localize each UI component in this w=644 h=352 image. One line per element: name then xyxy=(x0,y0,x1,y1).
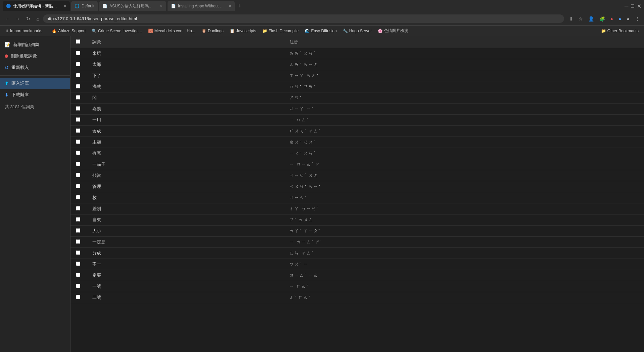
row-checkbox[interactable] xyxy=(76,195,80,199)
bookmark-import-label: Import bookmarks... xyxy=(10,29,46,33)
row-checkbox[interactable] xyxy=(76,173,80,177)
delete-phrase-button[interactable]: 刪除選取詞彙 xyxy=(0,50,70,62)
add-phrase-button[interactable]: 📝 新增自訂詞彙 xyxy=(0,39,70,50)
row-checkbox-cell xyxy=(71,81,87,92)
profile-red-icon[interactable]: ● xyxy=(609,15,615,23)
row-checkbox[interactable] xyxy=(76,151,80,155)
row-checkbox-cell xyxy=(71,203,87,214)
forward-button[interactable]: → xyxy=(13,15,22,23)
row-checkbox[interactable] xyxy=(76,128,80,133)
row-checkbox[interactable] xyxy=(76,51,80,55)
bookmark-flash[interactable]: 📁 Flash Decompile xyxy=(260,28,301,34)
table-row: 下了 ㄒㄧㄚ ㄌㄜˇ xyxy=(71,70,644,81)
row-checkbox-cell xyxy=(71,292,87,303)
row-phrase: 下了 xyxy=(87,70,284,81)
row-checkbox[interactable] xyxy=(76,140,80,144)
row-zhuyin: ㄦˋ ㄏㄠˋ xyxy=(284,292,644,303)
bookmark-ablaze[interactable]: 🔥 Ablaze Support xyxy=(49,28,88,34)
table-row: 二號 ㄦˋ ㄏㄠˋ xyxy=(71,292,644,303)
avatar-icon[interactable]: 👤 xyxy=(587,15,596,23)
bookmark-import[interactable]: ⬆ Import bookmarks... xyxy=(3,28,48,34)
new-tab-button[interactable]: + xyxy=(236,3,242,10)
row-zhuyin: ㄧ ㄉㄧㄥˋ ㄕˋ xyxy=(284,237,644,248)
extension-icon[interactable]: 🧩 xyxy=(598,15,607,23)
bookmark-image[interactable]: 🌸 色情圖片檢測 xyxy=(375,27,411,35)
download-button[interactable]: ⬇ 下載辭庫 xyxy=(0,89,70,101)
row-checkbox[interactable] xyxy=(76,228,80,233)
phrase-count: 共 3181 個詞彙 xyxy=(0,101,70,113)
row-phrase: 有完 xyxy=(87,148,284,159)
tab2-close[interactable]: ✕ xyxy=(160,4,163,8)
maximize-button[interactable]: □ xyxy=(631,3,634,9)
back-button[interactable]: ← xyxy=(3,15,11,23)
row-checkbox[interactable] xyxy=(76,284,80,288)
tab3-label: Installing Appx Without Microsoft Store xyxy=(178,4,225,8)
select-all-checkbox[interactable] xyxy=(76,39,80,44)
table-row: 嘉義 ㄐㄧㄚ ㄧˋ xyxy=(71,104,644,115)
row-checkbox[interactable] xyxy=(76,217,80,222)
delete-phrase-label: 刪除選取詞彙 xyxy=(11,53,37,59)
bookmark-diffusion[interactable]: 🌊 Easy Diffusion xyxy=(302,28,339,34)
bookmark-icon[interactable]: ☆ xyxy=(577,15,585,23)
bookmarks-bar: ⬆ Import bookmarks... 🔥 Ablaze Support 🔍… xyxy=(0,26,644,36)
tab-2[interactable]: 📄 ASUS的輸入法好用嗎？- 小品大大的網站 ✕ xyxy=(99,1,166,11)
row-checkbox-cell xyxy=(71,126,87,137)
bookmark-hugo[interactable]: 🔧 Hugo Server xyxy=(340,28,374,34)
row-zhuyin: ㄉㄧㄥˋ ㄧㄠˋ xyxy=(284,270,644,281)
minimize-button[interactable]: ─ xyxy=(625,3,628,9)
row-phrase: 一號 xyxy=(87,281,284,292)
address-bar[interactable] xyxy=(43,14,564,23)
reload-label: 重新載入 xyxy=(11,65,29,71)
row-checkbox[interactable] xyxy=(76,262,80,266)
bookmark-js[interactable]: 📋 Javascripts xyxy=(227,28,259,34)
bookmark-crime[interactable]: 🔍 Crime Scene Investiga... xyxy=(89,28,145,34)
row-checkbox[interactable] xyxy=(76,206,80,210)
bookmark-other[interactable]: 📁 Other Bookmarks xyxy=(598,28,641,34)
tab-close-button[interactable]: ✕ xyxy=(63,4,66,8)
row-checkbox[interactable] xyxy=(76,295,80,299)
row-checkbox[interactable] xyxy=(76,250,80,255)
row-checkbox[interactable] xyxy=(76,84,80,88)
bookmark-other-icon: 📁 xyxy=(601,29,606,33)
home-button[interactable]: ⌂ xyxy=(34,15,41,23)
bookmark-meca-label: Mecabricks.com | Ho... xyxy=(154,29,195,33)
row-checkbox[interactable] xyxy=(76,106,80,111)
row-zhuyin: ㄧ ㄇㄧㄠˊ ㄗ xyxy=(284,159,644,170)
row-checkbox[interactable] xyxy=(76,73,80,77)
bookmark-duolingo[interactable]: 🦉 Duolingo xyxy=(199,28,226,34)
tab3-close[interactable]: ✕ xyxy=(228,4,231,8)
row-checkbox[interactable] xyxy=(76,239,80,244)
profile-dark-icon[interactable]: ● xyxy=(625,15,631,23)
tab-active[interactable]: 🔵 使用者辭庫編輯 - 新酷音輸入法 ✕ xyxy=(3,1,70,11)
reload-button[interactable]: ↺ 重新載入 xyxy=(0,62,70,73)
row-checkbox-cell xyxy=(71,226,87,237)
bookmark-meca[interactable]: 🧱 Mecabricks.com | Ho... xyxy=(145,28,198,34)
row-checkbox[interactable] xyxy=(76,95,80,100)
row-checkbox[interactable] xyxy=(76,162,80,166)
tab3-favicon: 📄 xyxy=(171,4,176,8)
menu-button[interactable]: ⋮ xyxy=(633,15,641,23)
table-row: 閃 ㄕㄢˇ xyxy=(71,92,644,104)
tab-3[interactable]: 📄 Installing Appx Without Microsoft Stor… xyxy=(168,1,235,11)
profile-blue-icon[interactable]: ● xyxy=(617,15,623,23)
header-checkbox-col xyxy=(71,36,87,48)
row-checkbox-cell xyxy=(71,59,87,70)
row-checkbox-cell xyxy=(71,70,87,81)
close-button[interactable]: ✕ xyxy=(637,3,641,9)
upload-icon[interactable]: ⬆ xyxy=(567,15,575,23)
row-checkbox[interactable] xyxy=(76,184,80,188)
table-header: 詞彙 注音 xyxy=(71,36,644,48)
row-checkbox[interactable] xyxy=(76,273,80,277)
tab-1[interactable]: 🌐 Default xyxy=(71,1,98,11)
bookmark-ablaze-icon: 🔥 xyxy=(52,29,57,33)
content-area[interactable]: 詞彙 注音 來玩 ㄌㄞˊ ㄨㄢˊ 太郎 ㄊㄞˋ ㄌㄧㄤ 下了 ㄒㄧㄚ ㄌㄜˇ 滿… xyxy=(71,36,644,352)
table-row: 教 ㄐㄧㄠˋ xyxy=(71,192,644,203)
row-checkbox[interactable] xyxy=(76,62,80,66)
row-checkbox[interactable] xyxy=(76,117,80,122)
import-button[interactable]: ⬆ 匯入詞庫 xyxy=(0,78,70,89)
refresh-button[interactable]: ↻ xyxy=(24,15,32,23)
row-zhuyin: ㄔㄚ ㄅㄧㄝˊ xyxy=(284,203,644,214)
table-row: 會成 ㄏㄨㄟˋ ㄔㄥˊ xyxy=(71,126,644,137)
row-phrase: 不一 xyxy=(87,259,284,270)
table-row: 殘當 ㄐㄧㄝˊ ㄉㄤ xyxy=(71,170,644,181)
